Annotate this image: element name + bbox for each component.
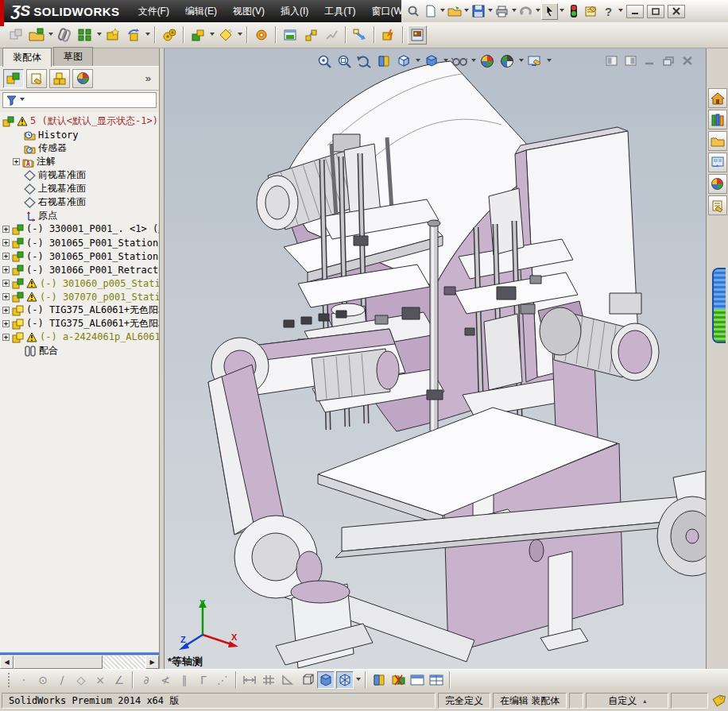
view-settings-icon[interactable]: [526, 52, 544, 70]
grid-snap-icon[interactable]: [260, 671, 277, 689]
panel-overflow-chevron[interactable]: »: [145, 72, 156, 84]
motion-study-icon[interactable]: [252, 25, 271, 44]
smart-fasteners-icon[interactable]: [103, 25, 122, 44]
tree-row-component[interactable]: + (-) 330001_P001_. <1> (默认: [0, 222, 159, 236]
save-icon[interactable]: [470, 3, 486, 20]
select-dropdown-icon[interactable]: [560, 9, 564, 14]
snap-corner-icon[interactable]: Γ: [195, 671, 212, 689]
scrollbar-thumb[interactable]: [14, 655, 103, 669]
expander-icon[interactable]: +: [2, 266, 10, 273]
assembly-features-icon[interactable]: [160, 25, 179, 44]
minimize-button[interactable]: [626, 5, 644, 18]
hide-show-items-icon[interactable]: [451, 52, 468, 70]
snap-center-icon[interactable]: ⊙: [34, 671, 52, 689]
solidworks-resources-icon[interactable]: [708, 88, 727, 108]
snap-midpoint-icon[interactable]: ⋰: [214, 671, 231, 689]
edit-component-icon[interactable]: [6, 25, 25, 44]
menu-insert[interactable]: 插入(I): [273, 1, 316, 22]
instant3d-icon[interactable]: [350, 25, 370, 44]
snap-intersect-icon[interactable]: ×: [91, 671, 109, 689]
doc-close-icon[interactable]: [680, 55, 695, 67]
tree-row-component[interactable]: + (-) a-2424061p_AL6061+无: [0, 330, 159, 344]
view-settings-dropdown-icon[interactable]: [547, 59, 552, 64]
split-left-icon[interactable]: [604, 55, 618, 67]
tree-row-component[interactable]: + (-) 301065_P001_Station 1_: [0, 236, 159, 249]
menu-tools[interactable]: 工具(T): [317, 1, 362, 22]
toolbar-grip[interactable]: [8, 673, 10, 687]
tree-row-component[interactable]: + (-) 301060_p005_Station: [0, 276, 159, 290]
file-explorer-icon[interactable]: [708, 131, 727, 151]
view-palette-icon[interactable]: [708, 153, 727, 172]
snap-parallel-icon[interactable]: ∥: [176, 671, 193, 689]
refgeo-dropdown-icon[interactable]: [238, 33, 242, 38]
help-icon[interactable]: ?: [600, 3, 617, 20]
angle-measure-icon[interactable]: [279, 671, 296, 689]
tab-sketch[interactable]: 草图: [53, 47, 93, 66]
view-orientation-icon[interactable]: [395, 52, 412, 70]
expander-icon[interactable]: +: [2, 226, 10, 233]
section-view-icon[interactable]: [375, 52, 393, 70]
featuremanager-tree-icon[interactable]: [3, 69, 24, 88]
move-component-icon[interactable]: [124, 25, 143, 44]
hide-show-dropdown-icon[interactable]: [471, 59, 476, 64]
new-dropdown-icon[interactable]: [440, 9, 445, 14]
exploded-view-icon[interactable]: [301, 25, 320, 44]
configuration-manager-icon[interactable]: [49, 69, 70, 88]
print-icon[interactable]: [494, 3, 510, 20]
explode-line-sketch-icon[interactable]: [322, 25, 341, 44]
select-cursor-icon[interactable]: [541, 3, 558, 20]
undo-dropdown-icon[interactable]: [536, 9, 540, 14]
status-custom-dropdown[interactable]: 自定义 ▴: [586, 693, 668, 709]
open-icon[interactable]: [446, 3, 463, 20]
snap-polygon-icon[interactable]: ◇: [72, 671, 90, 689]
split-right-icon[interactable]: [623, 55, 637, 67]
appearances-scenes-icon[interactable]: [708, 174, 727, 194]
large-assembly-mode-icon[interactable]: [379, 25, 398, 44]
snap-point-icon[interactable]: ·: [15, 671, 33, 689]
restore-button[interactable]: [647, 5, 664, 18]
pattern-dropdown-icon[interactable]: [97, 33, 102, 38]
expander-icon[interactable]: +: [2, 320, 10, 327]
insert-components-dropdown-icon[interactable]: [48, 33, 53, 38]
expander-icon[interactable]: +: [2, 239, 10, 246]
expander-icon[interactable]: +: [2, 280, 10, 287]
expander-icon[interactable]: +: [2, 307, 10, 314]
reference-geometry-icon[interactable]: [216, 25, 235, 44]
quad-viewport-icon[interactable]: [428, 671, 445, 689]
scroll-left-icon[interactable]: ◀: [0, 655, 14, 669]
new-part-icon[interactable]: [188, 25, 207, 44]
task-pane-flyout-tab[interactable]: [712, 268, 726, 343]
linear-component-pattern-icon[interactable]: [76, 25, 95, 44]
mate-icon[interactable]: [55, 25, 74, 44]
tree-horizontal-scrollbar[interactable]: ◀ ▶: [0, 655, 159, 669]
tab-assembly[interactable]: 装配体: [2, 48, 52, 67]
tree-row-origin[interactable]: 原点: [10, 209, 159, 222]
snap-line-icon[interactable]: ∕: [53, 671, 71, 689]
new-document-icon[interactable]: [422, 3, 439, 20]
tree-row-top-plane[interactable]: 上视基准面: [10, 182, 159, 195]
menu-file[interactable]: 文件(F): [131, 1, 176, 22]
view-orientation-dropdown-icon[interactable]: [416, 59, 420, 64]
tree-row-mates[interactable]: 配合: [10, 344, 159, 357]
display-mode-dropdown-icon[interactable]: [356, 678, 361, 683]
tree-row-component[interactable]: + (-) TIG375_AL6061+无色阳极: [0, 303, 159, 317]
traffic-light-icon[interactable]: [565, 3, 582, 20]
undo-icon[interactable]: [517, 3, 534, 20]
new-part-dropdown-icon[interactable]: [210, 33, 215, 38]
cube-outline-icon[interactable]: [298, 671, 316, 689]
previous-view-icon[interactable]: [355, 52, 373, 70]
open-dropdown-icon[interactable]: [464, 9, 469, 14]
tag-icon[interactable]: [711, 694, 726, 708]
menu-view[interactable]: 视图(V): [226, 1, 272, 22]
insert-components-icon[interactable]: [27, 25, 46, 44]
tree-row-component[interactable]: + (-) 301066_P001_Retracted_: [0, 263, 159, 276]
tree-row-history[interactable]: History: [10, 128, 159, 141]
expander-icon[interactable]: +: [2, 293, 10, 300]
tree-row-root[interactable]: 5 (默认<默认_显示状态-1>): [0, 114, 159, 128]
tree-row-annotations[interactable]: + A 注解: [10, 155, 159, 168]
snap-tangent-icon[interactable]: ∂: [137, 671, 155, 689]
snap-angle-icon[interactable]: ∠: [110, 671, 128, 689]
property-manager-icon[interactable]: [26, 69, 47, 88]
edit-appearance-icon[interactable]: [478, 52, 496, 70]
help-dropdown-icon[interactable]: [618, 9, 623, 14]
